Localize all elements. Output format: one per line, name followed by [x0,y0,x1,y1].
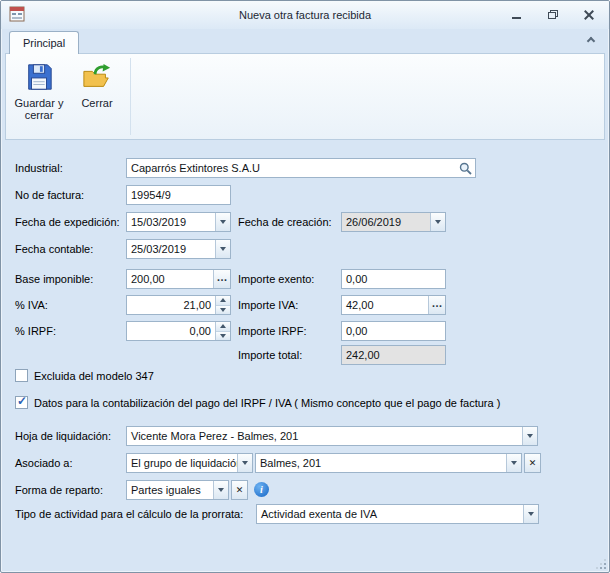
tipo-actividad-dropdown-button[interactable] [523,505,538,523]
chevron-down-icon [220,334,226,338]
fecha-expedicion-dropdown-button[interactable] [215,213,230,231]
hoja-liquidacion-field[interactable]: Vicente Mora Perez - Balmes, 201 [126,426,538,446]
chevron-down-icon [511,461,517,465]
chevron-up-icon [220,324,226,328]
guardar-y-cerrar-label: Guardar y cerrar [10,97,68,121]
resize-grip[interactable] [595,558,606,569]
fecha-expedicion-label: Fecha de expedición: [15,216,120,228]
close-folder-icon [81,61,113,93]
maximize-icon [548,10,558,19]
chevron-up-icon [587,37,595,45]
fecha-creacion-value: 26/06/2019 [342,213,430,231]
dialog-nueva-otra-factura-recibida: Nueva otra factura recibida Principal Gu… [0,0,610,573]
fecha-contable-value: 25/03/2019 [127,240,215,258]
forma-reparto-dropdown-button[interactable] [213,481,228,499]
base-imponible-field[interactable]: 200,00 … [126,269,231,289]
importe-irpf-field[interactable]: 0,00 [341,321,446,341]
importe-exento-value: 0,00 [342,270,445,288]
excluida-347-label[interactable]: Excluida del modelo 347 [34,370,154,382]
spin-up-button[interactable] [216,322,230,332]
numero-factura-label: No de factura: [15,189,84,201]
asociado-tipo-field[interactable]: El grupo de liquidación [126,453,253,473]
fecha-contable-label: Fecha contable: [15,243,93,255]
forma-reparto-value: Partes iguales [127,481,213,499]
chevron-down-icon [242,461,248,465]
spin-down-button[interactable] [216,306,230,315]
ribbon-collapse-button[interactable] [583,34,599,49]
pct-irpf-label: % IRPF: [15,325,56,337]
save-icon [23,61,55,93]
chevron-down-icon [218,488,224,492]
fecha-creacion-field: 26/06/2019 [341,212,446,232]
asociado-tipo-dropdown-button[interactable] [237,454,252,472]
importe-iva-field[interactable]: 42,00 … [341,295,446,315]
asociado-valor-field[interactable]: Balmes, 201 [255,453,522,473]
info-icon[interactable]: i [254,482,269,497]
excluida-347-checkbox[interactable] [15,369,28,382]
hoja-liquidacion-dropdown-button[interactable] [522,427,537,445]
pct-iva-spinner [215,296,230,314]
forma-reparto-field[interactable]: Partes iguales [126,480,229,500]
minimize-icon [512,17,521,19]
fecha-expedicion-value: 15/03/2019 [127,213,215,231]
fecha-contable-field[interactable]: 25/03/2019 [126,239,231,259]
close-button[interactable] [581,8,596,22]
chevron-down-icon [220,220,226,224]
forma-reparto-label: Forma de reparto: [15,484,103,496]
forma-reparto-clear-button[interactable]: ✕ [231,480,248,500]
base-imponible-value: 200,00 [127,270,213,288]
search-icon[interactable] [456,159,475,177]
asociado-clear-button[interactable]: ✕ [524,453,541,473]
numero-factura-field[interactable]: 19954/9 [126,185,231,205]
base-imponible-label: Base imponible: [15,273,93,285]
cerrar-label: Cerrar [81,97,112,109]
ribbon-panel: Guardar y cerrar Cerrar [5,53,605,140]
importe-iva-ellipsis-button[interactable]: … [428,296,445,314]
chevron-down-icon [220,308,226,312]
spin-up-button[interactable] [216,296,230,306]
chevron-down-icon [527,434,533,438]
datos-pago-label[interactable]: Datos para la contabilización del pago d… [34,397,500,409]
maximize-button[interactable] [545,8,560,22]
asociado-valor-value: Balmes, 201 [256,454,506,472]
fecha-creacion-dropdown-button[interactable] [430,213,445,231]
asociado-valor-dropdown-button[interactable] [506,454,521,472]
industrial-label: Industrial: [15,162,63,174]
fecha-contable-dropdown-button[interactable] [215,240,230,258]
guardar-y-cerrar-button[interactable]: Guardar y cerrar [10,56,68,137]
datos-pago-checkbox[interactable] [15,396,28,409]
importe-iva-label: Importe IVA: [238,299,298,311]
pct-irpf-value: 0,00 [127,322,215,340]
importe-exento-field[interactable]: 0,00 [341,269,446,289]
importe-irpf-label: Importe IRPF: [238,325,306,337]
titlebar[interactable]: Nueva otra factura recibida [1,1,609,29]
chevron-down-icon [220,247,226,251]
pct-irpf-field[interactable]: 0,00 [126,321,231,341]
fecha-expedicion-field[interactable]: 15/03/2019 [126,212,231,232]
fecha-creacion-label: Fecha de creación: [238,216,332,228]
pct-iva-value: 21,00 [127,296,215,314]
chevron-up-icon [220,298,226,302]
pct-iva-label: % IVA: [15,299,48,311]
industrial-value: Caparrós Extintores S.A.U [127,159,456,177]
ribbon-separator [130,58,131,135]
industrial-field[interactable]: Caparrós Extintores S.A.U [126,158,476,178]
tab-principal[interactable]: Principal [9,31,79,54]
close-icon [584,10,594,20]
hoja-liquidacion-label: Hoja de liquidación: [15,430,111,442]
base-imponible-ellipsis-button[interactable]: … [213,270,230,288]
pct-irpf-spinner [215,322,230,340]
importe-total-value: 242,00 [342,346,445,364]
importe-total-label: Importe total: [238,349,302,361]
cerrar-button[interactable]: Cerrar [72,56,122,137]
pct-iva-field[interactable]: 21,00 [126,295,231,315]
numero-factura-value: 19954/9 [127,186,230,204]
importe-total-field: 242,00 [341,345,446,365]
spin-down-button[interactable] [216,332,230,341]
tipo-actividad-field[interactable]: Actividad exenta de IVA [256,504,539,524]
chevron-down-icon [528,512,534,516]
chevron-down-icon [435,220,441,224]
asociado-a-label: Asociado a: [15,457,72,469]
minimize-button[interactable] [509,8,524,22]
importe-irpf-value: 0,00 [342,322,445,340]
